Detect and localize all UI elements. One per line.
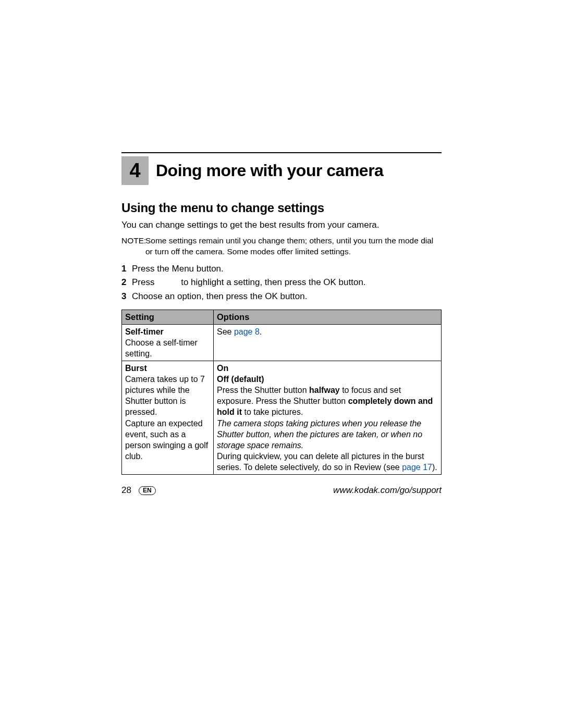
step-pre-text: Press (132, 277, 157, 287)
txt: During quickview, you can delete all pic… (217, 452, 424, 472)
page-number: 28 (121, 485, 131, 496)
note-line: NOTE: Some settings remain until you cha… (121, 236, 442, 257)
cell-options: On Off (default) Press the Shutter butto… (214, 361, 442, 475)
setting-name: Self-timer (125, 327, 164, 336)
section-title: Using the menu to change settings (121, 201, 442, 215)
intro-paragraph: You can change settings to get the best … (121, 219, 442, 231)
col-header-setting: Setting (122, 310, 214, 324)
chapter-number-box: 4 (121, 156, 149, 185)
step-number: 3 (121, 290, 132, 303)
txt-bold: halfway (309, 386, 340, 394)
setting-desc: Capture an expected event, such as a per… (125, 419, 208, 461)
option-paragraph: Press the Shutter button halfway to focu… (217, 386, 433, 416)
step-post-text: to highlight a setting, then press the O… (181, 277, 365, 287)
table-header-row: Setting Options (122, 310, 442, 324)
txt: to take pictures. (242, 408, 303, 416)
settings-table: Setting Options Self-timer Choose a self… (121, 310, 442, 475)
cell-setting: Burst Camera takes up to 7 pictures whil… (122, 361, 214, 475)
step-number: 1 (121, 263, 132, 276)
step-list: 1 Press the Menu button. 2 Press to high… (121, 263, 442, 303)
option-on: On (217, 364, 228, 373)
step-item: 2 Press to highlight a setting, then pre… (121, 276, 442, 289)
option-off: Off (default) (217, 375, 264, 384)
step-text: Press the Menu button. (132, 263, 442, 276)
footer-url[interactable]: www.kodak.com/go/support (333, 485, 442, 496)
note-text: Some settings remain until you change th… (145, 236, 442, 257)
col-header-options: Options (214, 310, 442, 324)
option-paragraph: During quickview, you can delete all pic… (217, 452, 437, 472)
language-badge: EN (139, 486, 156, 495)
txt: ). (432, 463, 437, 472)
option-text-pre: See (217, 327, 234, 336)
option-text-post: . (260, 327, 262, 336)
chapter-number: 4 (129, 159, 140, 182)
page-link[interactable]: page 8 (234, 327, 260, 336)
step-text: Choose an option, then press the OK butt… (132, 290, 442, 303)
note-label: NOTE: (121, 236, 145, 257)
step-text: Press to highlight a setting, then press… (132, 276, 442, 289)
setting-desc: Choose a self-timer setting. (125, 338, 198, 358)
page-footer: 28 EN www.kodak.com/go/support (121, 485, 442, 496)
setting-desc: Camera takes up to 7 pictures while the … (125, 375, 205, 416)
manual-page: 4 Doing more with your camera Using the … (121, 152, 442, 475)
step-item: 1 Press the Menu button. (121, 263, 442, 276)
option-paragraph-italic: The camera stops taking pictures when yo… (217, 419, 422, 450)
chapter-title: Doing more with your camera (156, 161, 383, 180)
chapter-header: 4 Doing more with your camera (121, 156, 442, 185)
chapter-rule (121, 152, 442, 153)
table-row: Self-timer Choose a self-timer setting. … (122, 324, 442, 361)
cell-setting: Self-timer Choose a self-timer setting. (122, 324, 214, 361)
setting-name: Burst (125, 364, 147, 373)
step-number: 2 (121, 276, 132, 289)
step-item: 3 Choose an option, then press the OK bu… (121, 290, 442, 303)
table-row: Burst Camera takes up to 7 pictures whil… (122, 361, 442, 475)
txt: Press the Shutter button (217, 386, 309, 394)
cell-options: See page 8. (214, 324, 442, 361)
page-link[interactable]: page 17 (402, 463, 432, 472)
